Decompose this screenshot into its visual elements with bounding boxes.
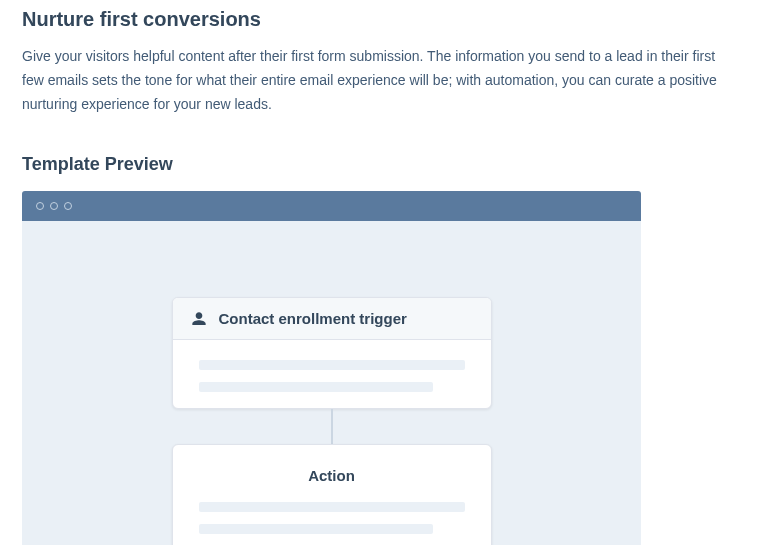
skeleton-line [199,524,433,534]
browser-dot-icon [36,202,44,210]
action-card-title: Action [199,467,465,484]
trigger-card-title: Contact enrollment trigger [219,310,407,327]
contact-icon [191,311,207,327]
browser-frame-header [22,191,641,221]
page-title: Nurture first conversions [22,8,738,31]
skeleton-line [199,360,465,370]
page-description: Give your visitors helpful content after… [22,45,738,116]
browser-dot-icon [50,202,58,210]
action-card[interactable]: Action [172,444,492,545]
flow-connector [331,409,333,444]
template-preview-heading: Template Preview [22,154,738,175]
trigger-card-body [173,340,491,409]
trigger-card[interactable]: Contact enrollment trigger [172,297,492,409]
trigger-card-header: Contact enrollment trigger [173,298,491,340]
page-container: Nurture first conversions Give your visi… [0,0,760,545]
skeleton-line [199,502,465,512]
preview-canvas: Contact enrollment trigger Action [22,221,641,545]
browser-dot-icon [64,202,72,210]
skeleton-line [199,382,433,392]
